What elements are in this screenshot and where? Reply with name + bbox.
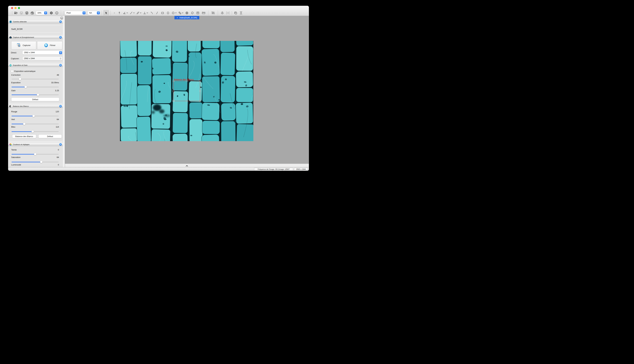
slider-thumb[interactable]	[23, 123, 26, 125]
saturation-slider[interactable]	[12, 161, 59, 163]
status-bar: Fréquence de l'Image: 30.0,Image: 12507 …	[8, 167, 309, 171]
panel-collapse-button[interactable]	[59, 36, 62, 38]
sidebar-collapse-button[interactable]	[60, 16, 63, 19]
slider-thumb[interactable]	[40, 161, 42, 163]
panel-collapse-button[interactable]	[59, 20, 62, 23]
white-balance-roi[interactable]	[174, 81, 200, 101]
quick-save-button[interactable]	[24, 10, 30, 16]
polygon-icon	[191, 11, 194, 15]
point-tool[interactable]	[112, 10, 116, 16]
info-button[interactable]	[54, 10, 60, 16]
capture-photo-label: Capturer	[22, 44, 30, 46]
duplicate-button[interactable]	[233, 10, 238, 16]
polygon-tool[interactable]	[190, 10, 195, 16]
parallel-lines-tool[interactable]	[136, 11, 142, 15]
zoom-stepper[interactable]	[44, 12, 47, 14]
panel-collapse-button[interactable]	[59, 105, 62, 108]
chevron-down-icon	[126, 12, 128, 14]
panel-collapse-button[interactable]	[59, 64, 62, 66]
gear-icon	[50, 11, 53, 15]
record-video-button[interactable]: Filmer	[37, 41, 62, 50]
camera-device-name: Swift_EC5R	[11, 28, 22, 30]
double-chevron-up-icon	[60, 20, 62, 23]
sidebar-scrollbar-gutter[interactable]	[63, 16, 65, 167]
slider-thumb[interactable]	[32, 130, 34, 133]
panel-body-colors: Teinte 0 Saturation 64 Luminosité	[9, 146, 62, 167]
roi-handle-s[interactable]	[186, 100, 188, 102]
rouge-slider[interactable]	[12, 115, 59, 117]
correction-slider[interactable]	[12, 78, 59, 80]
roi-handle-e[interactable]	[199, 90, 201, 92]
cursor-tool-selected[interactable]	[104, 10, 109, 16]
bleu-label: Bleu	[11, 126, 15, 128]
zoom-window-button[interactable]	[18, 7, 20, 9]
zoom-select[interactable]: 33%	[36, 11, 48, 15]
teinte-value: 0	[58, 149, 59, 151]
video-tab[interactable]: × Vidéo[Swift_EC5R]	[174, 16, 199, 19]
slider-thumb[interactable]	[19, 78, 21, 80]
perpendicular-tool[interactable]	[142, 11, 149, 15]
scale-bar-tool[interactable]: 10um	[200, 10, 207, 16]
open-file-button[interactable]	[13, 10, 18, 16]
panel-body-whitebalance: Rouge 120 Vert 64 Bleu 114	[9, 108, 62, 141]
unit-stepper[interactable]	[82, 12, 86, 14]
save-button[interactable]	[18, 10, 24, 16]
gain-slider[interactable]	[12, 94, 59, 96]
angle-tool[interactable]	[122, 11, 129, 15]
concentric-circles-tool[interactable]	[184, 10, 190, 16]
circle-tool[interactable]	[171, 11, 178, 15]
correction-label: Correction	[11, 74, 20, 76]
live-video-view[interactable]: Balance des Blancs	[120, 41, 253, 141]
export-merge-button[interactable]	[238, 10, 244, 16]
tab-close-icon[interactable]: ×	[176, 16, 178, 19]
objective-select[interactable]: NA	[88, 11, 100, 15]
arc-tool[interactable]	[149, 10, 154, 16]
camera-device-item[interactable]: Swift_EC5R	[10, 26, 61, 32]
scale-bar-icon: 10um	[201, 11, 206, 15]
objective-value: NA	[89, 12, 92, 14]
slider-thumb[interactable]	[34, 153, 36, 155]
line-tool[interactable]	[129, 11, 136, 15]
direct-resolution-stepper[interactable]	[59, 51, 62, 54]
direct-resolution-select[interactable]: 2592 x 1944	[22, 51, 62, 54]
bleu-slider[interactable]	[12, 130, 59, 133]
settings-button[interactable]	[48, 10, 54, 16]
slider-thumb[interactable]	[24, 86, 27, 88]
layers-icon	[220, 11, 224, 15]
capture-photo-button[interactable]: Capturer	[11, 41, 36, 50]
app-window: 33% Pixel NA	[8, 6, 309, 171]
white-balance-button[interactable]: Balance des Blancs	[12, 134, 36, 138]
linked-circles-tool[interactable]	[178, 11, 184, 15]
capture-resolution-stepper[interactable]	[59, 57, 62, 60]
arrow-tool[interactable]	[116, 10, 122, 16]
text-tool[interactable]	[195, 10, 200, 16]
close-window-button[interactable]	[11, 7, 13, 9]
vert-slider[interactable]	[12, 123, 59, 125]
whitebalance-default-button[interactable]: Défaut	[38, 134, 62, 138]
exposure-default-button[interactable]: Défaut	[11, 98, 59, 101]
layers-button[interactable]	[220, 10, 225, 16]
panel-collapse-button[interactable]	[59, 143, 62, 146]
auto-exposure-checkbox[interactable]	[11, 70, 13, 72]
roi-handle-se[interactable]	[199, 100, 201, 102]
timed-capture-button[interactable]	[30, 10, 35, 16]
saturation-label: Saturation	[11, 156, 20, 158]
teinte-slider[interactable]	[12, 153, 59, 155]
capture-resolution-select[interactable]: 2592 x 1944	[22, 56, 62, 60]
svg-text:CSV: CSV	[226, 12, 229, 14]
csv-export-button[interactable]: CSV	[225, 10, 231, 16]
roi-handle-w[interactable]	[173, 90, 174, 92]
exposition-slider[interactable]	[12, 86, 59, 88]
roi-handle-sw[interactable]	[173, 100, 174, 102]
rectangle-tool[interactable]	[160, 10, 165, 16]
roi-handle-ne[interactable]	[199, 80, 201, 82]
slider-thumb[interactable]	[32, 115, 35, 117]
unit-select[interactable]: Pixel	[65, 11, 86, 15]
objective-stepper[interactable]	[97, 12, 100, 14]
ellipse-tool[interactable]	[165, 10, 171, 16]
measure-calibrate-button[interactable]	[210, 10, 216, 16]
bottom-panel-expander[interactable]	[65, 164, 309, 167]
curve-tool[interactable]	[154, 10, 160, 16]
slider-thumb[interactable]	[37, 94, 39, 96]
minimize-window-button[interactable]	[14, 7, 16, 9]
